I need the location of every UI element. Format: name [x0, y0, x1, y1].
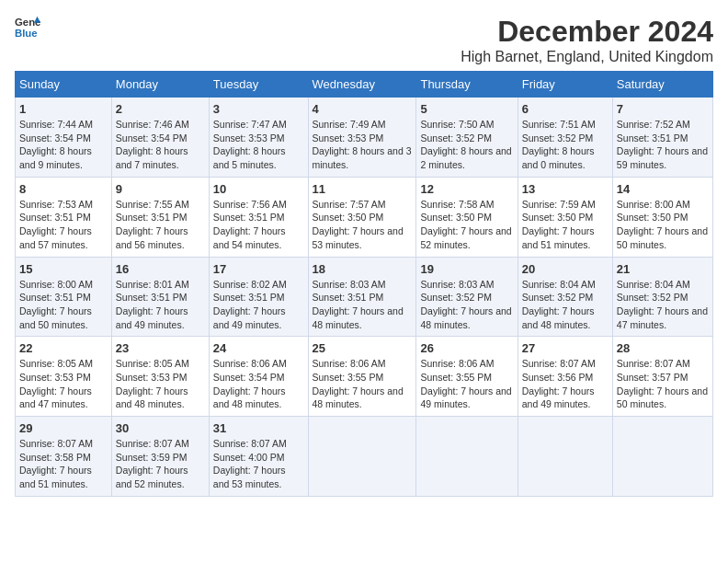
calendar-cell: 1 Sunrise: 7:44 AMSunset: 3:54 PMDayligh…	[16, 98, 112, 178]
cell-content: Sunrise: 7:47 AMSunset: 3:53 PMDaylight:…	[213, 119, 287, 170]
day-number: 17	[213, 262, 304, 276]
calendar-cell: 6 Sunrise: 7:51 AMSunset: 3:52 PMDayligh…	[518, 98, 612, 178]
calendar-week-row: 22 Sunrise: 8:05 AMSunset: 3:53 PMDaylig…	[16, 337, 713, 417]
cell-content: Sunrise: 8:00 AMSunset: 3:51 PMDaylight:…	[19, 279, 93, 330]
calendar-cell: 14 Sunrise: 8:00 AMSunset: 3:50 PMDaylig…	[612, 177, 712, 257]
day-number: 16	[116, 262, 205, 276]
calendar-cell: 26 Sunrise: 8:06 AMSunset: 3:55 PMDaylig…	[416, 337, 518, 417]
calendar-week-row: 29 Sunrise: 8:07 AMSunset: 3:58 PMDaylig…	[16, 417, 713, 497]
cell-content: Sunrise: 7:56 AMSunset: 3:51 PMDaylight:…	[213, 199, 287, 250]
cell-content: Sunrise: 8:04 AMSunset: 3:52 PMDaylight:…	[617, 279, 708, 330]
day-number: 25	[313, 341, 413, 355]
cell-content: Sunrise: 8:07 AMSunset: 3:58 PMDaylight:…	[19, 438, 93, 489]
calendar-cell: 3 Sunrise: 7:47 AMSunset: 3:53 PMDayligh…	[209, 98, 308, 178]
day-number: 3	[213, 102, 304, 116]
calendar-cell: 4 Sunrise: 7:49 AMSunset: 3:53 PMDayligh…	[308, 98, 416, 178]
day-number: 4	[313, 102, 413, 116]
cell-content: Sunrise: 8:06 AMSunset: 3:55 PMDaylight:…	[313, 358, 404, 409]
cell-content: Sunrise: 8:05 AMSunset: 3:53 PMDaylight:…	[116, 358, 189, 409]
calendar-cell	[518, 417, 612, 497]
day-number: 22	[19, 341, 108, 355]
cell-content: Sunrise: 8:06 AMSunset: 3:54 PMDaylight:…	[213, 358, 287, 409]
day-number: 30	[116, 421, 205, 435]
calendar-cell: 28 Sunrise: 8:07 AMSunset: 3:57 PMDaylig…	[612, 337, 712, 417]
calendar-cell: 23 Sunrise: 8:05 AMSunset: 3:53 PMDaylig…	[111, 337, 209, 417]
calendar-cell	[612, 417, 712, 497]
day-number: 31	[213, 421, 304, 435]
calendar-cell: 8 Sunrise: 7:53 AMSunset: 3:51 PMDayligh…	[16, 177, 112, 257]
calendar-cell: 11 Sunrise: 7:57 AMSunset: 3:50 PMDaylig…	[308, 177, 416, 257]
day-number: 13	[522, 182, 609, 196]
calendar-cell	[308, 417, 416, 497]
cell-content: Sunrise: 8:03 AMSunset: 3:51 PMDaylight:…	[313, 279, 404, 330]
cell-content: Sunrise: 7:59 AMSunset: 3:50 PMDaylight:…	[522, 199, 596, 250]
day-number: 2	[116, 102, 205, 116]
day-number: 11	[313, 182, 413, 196]
calendar-week-row: 8 Sunrise: 7:53 AMSunset: 3:51 PMDayligh…	[16, 177, 713, 257]
cell-content: Sunrise: 7:49 AMSunset: 3:53 PMDaylight:…	[313, 119, 412, 170]
cell-content: Sunrise: 8:03 AMSunset: 3:52 PMDaylight:…	[420, 279, 511, 330]
day-number: 28	[617, 341, 709, 355]
logo: General Blue	[15, 15, 40, 40]
calendar-cell: 19 Sunrise: 8:03 AMSunset: 3:52 PMDaylig…	[416, 257, 518, 337]
day-number: 9	[116, 182, 205, 196]
day-number: 10	[213, 182, 304, 196]
calendar-week-row: 15 Sunrise: 8:00 AMSunset: 3:51 PMDaylig…	[16, 257, 713, 337]
calendar-cell: 20 Sunrise: 8:04 AMSunset: 3:52 PMDaylig…	[518, 257, 612, 337]
page-title: December 2024	[461, 15, 713, 49]
calendar-cell: 7 Sunrise: 7:52 AMSunset: 3:51 PMDayligh…	[612, 98, 712, 178]
cell-content: Sunrise: 7:53 AMSunset: 3:51 PMDaylight:…	[19, 199, 93, 250]
calendar-header: SundayMondayTuesdayWednesdayThursdayFrid…	[16, 72, 713, 98]
day-number: 8	[19, 182, 108, 196]
cell-content: Sunrise: 7:46 AMSunset: 3:54 PMDaylight:…	[116, 119, 189, 170]
calendar-cell: 2 Sunrise: 7:46 AMSunset: 3:54 PMDayligh…	[111, 98, 209, 178]
calendar-cell: 21 Sunrise: 8:04 AMSunset: 3:52 PMDaylig…	[612, 257, 712, 337]
cell-content: Sunrise: 8:07 AMSunset: 3:57 PMDaylight:…	[617, 358, 708, 409]
weekday-header: Monday	[111, 72, 209, 98]
cell-content: Sunrise: 8:04 AMSunset: 3:52 PMDaylight:…	[522, 279, 596, 330]
logo-icon: General Blue	[15, 15, 40, 40]
svg-text:Blue: Blue	[15, 28, 38, 39]
day-number: 26	[420, 341, 513, 355]
calendar-cell: 5 Sunrise: 7:50 AMSunset: 3:52 PMDayligh…	[416, 98, 518, 178]
day-number: 12	[420, 182, 513, 196]
day-number: 20	[522, 262, 609, 276]
calendar-cell: 12 Sunrise: 7:58 AMSunset: 3:50 PMDaylig…	[416, 177, 518, 257]
day-number: 14	[617, 182, 709, 196]
cell-content: Sunrise: 8:01 AMSunset: 3:51 PMDaylight:…	[116, 279, 189, 330]
weekday-header: Friday	[518, 72, 612, 98]
calendar-cell: 22 Sunrise: 8:05 AMSunset: 3:53 PMDaylig…	[16, 337, 112, 417]
title-block: December 2024 High Barnet, England, Unit…	[461, 15, 713, 65]
calendar-cell: 30 Sunrise: 8:07 AMSunset: 3:59 PMDaylig…	[111, 417, 209, 497]
weekday-header: Saturday	[612, 72, 712, 98]
calendar-cell: 18 Sunrise: 8:03 AMSunset: 3:51 PMDaylig…	[308, 257, 416, 337]
weekday-header: Wednesday	[308, 72, 416, 98]
calendar-cell	[416, 417, 518, 497]
calendar-cell: 29 Sunrise: 8:07 AMSunset: 3:58 PMDaylig…	[16, 417, 112, 497]
cell-content: Sunrise: 8:06 AMSunset: 3:55 PMDaylight:…	[420, 358, 511, 409]
weekday-header: Sunday	[16, 72, 112, 98]
day-number: 6	[522, 102, 609, 116]
cell-content: Sunrise: 8:07 AMSunset: 3:56 PMDaylight:…	[522, 358, 596, 409]
day-number: 27	[522, 341, 609, 355]
calendar-cell: 25 Sunrise: 8:06 AMSunset: 3:55 PMDaylig…	[308, 337, 416, 417]
calendar-week-row: 1 Sunrise: 7:44 AMSunset: 3:54 PMDayligh…	[16, 98, 713, 178]
calendar-cell: 9 Sunrise: 7:55 AMSunset: 3:51 PMDayligh…	[111, 177, 209, 257]
calendar-cell: 27 Sunrise: 8:07 AMSunset: 3:56 PMDaylig…	[518, 337, 612, 417]
day-number: 23	[116, 341, 205, 355]
day-number: 19	[420, 262, 513, 276]
day-number: 18	[313, 262, 413, 276]
cell-content: Sunrise: 7:55 AMSunset: 3:51 PMDaylight:…	[116, 199, 189, 250]
cell-content: Sunrise: 7:44 AMSunset: 3:54 PMDaylight:…	[19, 119, 93, 170]
page-subtitle: High Barnet, England, United Kingdom	[461, 49, 713, 65]
calendar-cell: 24 Sunrise: 8:06 AMSunset: 3:54 PMDaylig…	[209, 337, 308, 417]
cell-content: Sunrise: 7:58 AMSunset: 3:50 PMDaylight:…	[420, 199, 511, 250]
calendar-cell: 15 Sunrise: 8:00 AMSunset: 3:51 PMDaylig…	[16, 257, 112, 337]
day-number: 1	[19, 102, 108, 116]
calendar-table: SundayMondayTuesdayWednesdayThursdayFrid…	[15, 71, 713, 497]
cell-content: Sunrise: 7:52 AMSunset: 3:51 PMDaylight:…	[617, 119, 708, 170]
cell-content: Sunrise: 7:57 AMSunset: 3:50 PMDaylight:…	[313, 199, 404, 250]
cell-content: Sunrise: 8:07 AMSunset: 3:59 PMDaylight:…	[116, 438, 189, 489]
page-header: General Blue December 2024 High Barnet, …	[15, 15, 713, 65]
cell-content: Sunrise: 7:50 AMSunset: 3:52 PMDaylight:…	[420, 119, 511, 170]
